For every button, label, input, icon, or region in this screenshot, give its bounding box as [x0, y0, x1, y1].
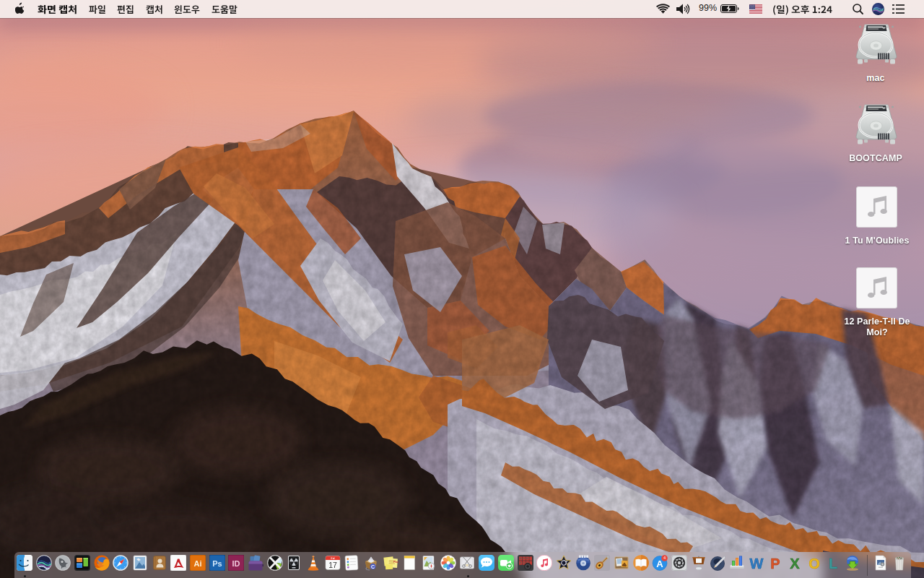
svg-text:X: X — [790, 556, 800, 571]
svg-text:Ai: Ai — [193, 559, 201, 568]
svg-text:6월: 6월 — [331, 557, 335, 560]
svg-text:ID: ID — [232, 559, 240, 568]
svg-text:L: L — [829, 556, 837, 571]
svg-text:Ps: Ps — [212, 559, 222, 568]
svg-text:17: 17 — [328, 561, 337, 569]
svg-text:P: P — [771, 556, 780, 571]
svg-text:Plans: Plans — [393, 561, 398, 564]
svg-text:W: W — [749, 556, 763, 571]
svg-text:C: C — [371, 564, 375, 569]
svg-text:O: O — [808, 556, 820, 571]
svg-text:4: 4 — [663, 556, 666, 560]
